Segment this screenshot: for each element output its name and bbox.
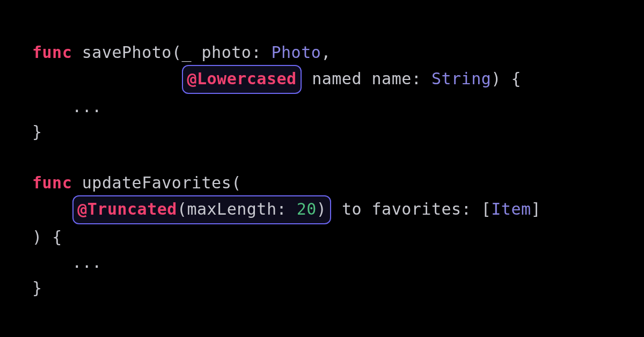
keyword-func: func <box>32 43 72 62</box>
param-name: favorites <box>372 200 462 218</box>
code-line-2: @Lowercased named name: String) { <box>32 69 521 88</box>
type-item: Item <box>491 200 531 218</box>
keyword-func: func <box>32 173 72 192</box>
number-literal: 20 <box>297 200 317 218</box>
param-name: photo <box>202 43 252 62</box>
code-line-10: } <box>32 279 42 297</box>
code-line-4: } <box>32 122 42 141</box>
code-line-3: ... <box>32 97 102 116</box>
ellipsis: ... <box>72 253 102 272</box>
highlight-truncated: @Truncated(maxLength: 20) <box>72 195 331 224</box>
code-line-9: ... <box>32 253 102 272</box>
param-name: name <box>372 69 412 88</box>
code-block: func savePhoto(_ photo: Photo, @Lowercas… <box>0 0 644 327</box>
param-label: to <box>342 200 362 218</box>
ellipsis: ... <box>72 97 102 116</box>
type-string: String <box>431 69 491 88</box>
function-name: updateFavorites <box>82 173 231 192</box>
code-line-7: @Truncated(maxLength: 20) to favorites: … <box>32 200 541 218</box>
highlight-lowercased: @Lowercased <box>182 65 301 93</box>
param-label: named <box>312 69 362 88</box>
code-line-6: func updateFavorites( <box>32 173 241 192</box>
type-photo: Photo <box>272 43 321 62</box>
code-line-8: ) { <box>32 228 62 246</box>
function-name: savePhoto <box>82 43 172 62</box>
code-line-1: func savePhoto(_ photo: Photo, <box>32 43 331 62</box>
